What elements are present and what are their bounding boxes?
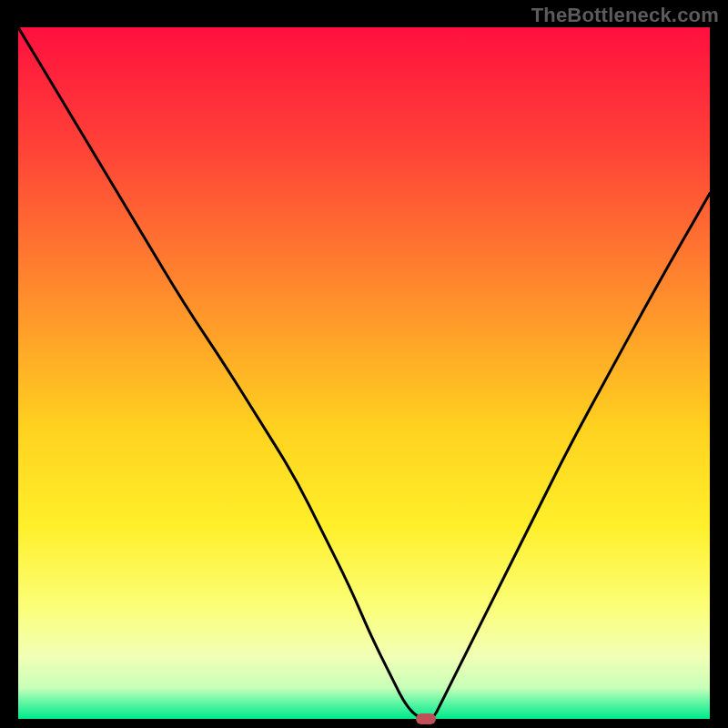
page-root: TheBottleneck.com xyxy=(0,0,728,728)
watermark-text: TheBottleneck.com xyxy=(531,4,719,27)
optimal-point-marker xyxy=(416,713,436,724)
chart-background xyxy=(18,27,710,719)
bottleneck-chart xyxy=(18,27,710,719)
chart-container xyxy=(18,27,710,719)
